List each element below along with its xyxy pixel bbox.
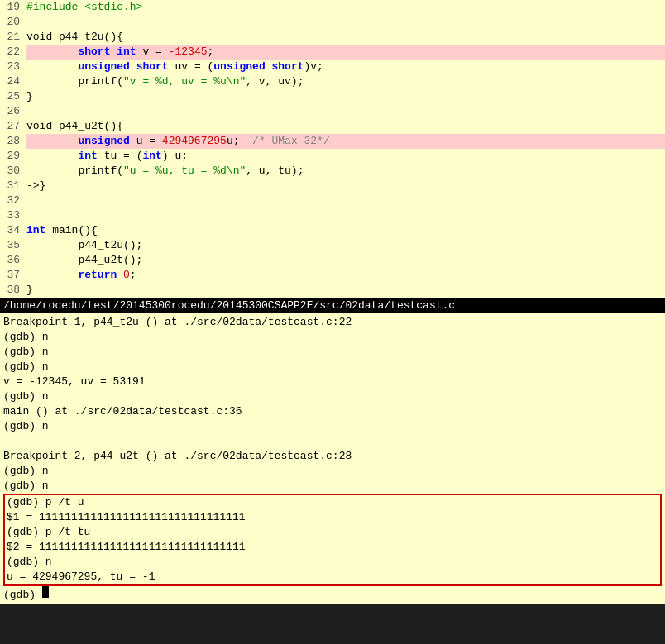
terminal-line	[3, 434, 662, 449]
code-line: 27void p44_u2t(){	[0, 119, 665, 134]
line-content: ->}	[26, 179, 665, 193]
highlighted-terminal-line: u = 4294967295, tu = -1	[5, 570, 660, 584]
code-line: 38}	[0, 283, 665, 298]
code-line: 22 short int v = -12345;	[0, 45, 665, 60]
line-content: }	[26, 89, 665, 104]
code-line: 25}	[0, 89, 665, 104]
code-line: 21void p44_t2u(){	[0, 30, 665, 45]
status-bar: /home/rocedu/test/20145300rocedu/2014530…	[0, 298, 665, 313]
code-line: 35 p44_t2u();	[0, 238, 665, 253]
terminal-line: v = -12345, uv = 53191	[3, 374, 662, 389]
line-content: short int v = -12345;	[26, 45, 665, 60]
line-number: 22	[0, 45, 26, 60]
code-line: 19#include <stdio.h>	[0, 0, 665, 15]
terminal-line: (gdb) n	[3, 479, 662, 494]
highlighted-terminal-box: (gdb) p /t u$1 = 11111111111111111111111…	[3, 494, 662, 586]
line-content: return 0;	[26, 268, 665, 283]
highlighted-terminal-line: (gdb) p /t u	[5, 495, 660, 510]
line-content: printf("v = %d, uv = %u\n", v, uv);	[26, 74, 665, 89]
code-editor: 19#include <stdio.h>2021void p44_t2u(){2…	[0, 0, 665, 298]
line-content: p44_t2u();	[26, 238, 665, 253]
line-number: 35	[0, 238, 26, 253]
line-content: p44_u2t();	[26, 253, 665, 268]
code-line: 30 printf("u = %u, tu = %d\n", u, tu);	[0, 164, 665, 179]
line-number: 29	[0, 149, 26, 164]
line-number: 26	[0, 104, 26, 119]
line-number: 38	[0, 283, 26, 298]
line-number: 24	[0, 74, 26, 89]
terminal-cursor	[42, 586, 49, 598]
line-content: #include <stdio.h>	[26, 0, 665, 15]
line-number: 34	[0, 223, 26, 238]
terminal-prompt-line: (gdb)	[3, 586, 662, 603]
terminal-line: (gdb) n	[3, 464, 662, 479]
line-content: int tu = (int) u;	[26, 149, 665, 164]
terminal-line: Breakpoint 2, p44_u2t () at ./src/02data…	[3, 449, 662, 464]
line-number: 33	[0, 208, 26, 223]
code-line: 26	[0, 104, 665, 119]
highlighted-terminal-line: $1 = 11111111111111111111111111111111	[5, 510, 660, 525]
line-content: }	[26, 283, 665, 298]
line-number: 28	[0, 134, 26, 149]
line-number: 23	[0, 60, 26, 74]
code-line: 34int main(){	[0, 223, 665, 238]
code-line: 36 p44_u2t();	[0, 253, 665, 268]
line-number: 37	[0, 268, 26, 283]
code-line: 33	[0, 208, 665, 223]
line-content: unsigned short uv = (unsigned short)v;	[26, 60, 665, 74]
code-line: 23 unsigned short uv = (unsigned short)v…	[0, 60, 665, 74]
line-number: 21	[0, 30, 26, 45]
code-line: 28 unsigned u = 4294967295u; /* UMax_32*…	[0, 134, 665, 149]
line-number: 27	[0, 119, 26, 134]
code-line: 24 printf("v = %d, uv = %u\n", v, uv);	[0, 74, 665, 89]
terminal-line: (gdb) n	[3, 389, 662, 404]
line-content: int main(){	[26, 223, 665, 238]
line-number: 36	[0, 253, 26, 268]
terminal-line: (gdb) n	[3, 345, 662, 360]
terminal-line: (gdb) n	[3, 419, 662, 434]
line-number: 32	[0, 193, 26, 208]
highlighted-terminal-line: (gdb) n	[5, 555, 660, 570]
line-number: 20	[0, 15, 26, 30]
code-line: 29 int tu = (int) u;	[0, 149, 665, 164]
line-number: 25	[0, 89, 26, 104]
line-content: void p44_u2t(){	[26, 119, 665, 134]
terminal-line: (gdb) n	[3, 360, 662, 374]
line-content: printf("u = %u, tu = %d\n", u, tu);	[26, 164, 665, 179]
terminal-line: Breakpoint 1, p44_t2u () at ./src/02data…	[3, 315, 662, 330]
code-line: 31->}	[0, 179, 665, 193]
line-content: void p44_t2u(){	[26, 30, 665, 45]
line-number: 31	[0, 179, 26, 193]
terminal-line: main () at ./src/02data/testcast.c:36	[3, 404, 662, 419]
file-path: /home/rocedu/test/20145300rocedu/2014530…	[3, 299, 455, 312]
line-number: 19	[0, 0, 26, 15]
terminal[interactable]: Breakpoint 1, p44_t2u () at ./src/02data…	[0, 313, 665, 604]
code-line: 32	[0, 193, 665, 208]
terminal-line: (gdb) n	[3, 330, 662, 345]
line-number: 30	[0, 164, 26, 179]
line-content: unsigned u = 4294967295u; /* UMax_32*/	[26, 134, 665, 149]
code-line: 37 return 0;	[0, 268, 665, 283]
highlighted-terminal-line: $2 = 11111111111111111111111111111111	[5, 540, 660, 555]
code-line: 20	[0, 15, 665, 30]
highlighted-terminal-line: (gdb) p /t tu	[5, 525, 660, 540]
